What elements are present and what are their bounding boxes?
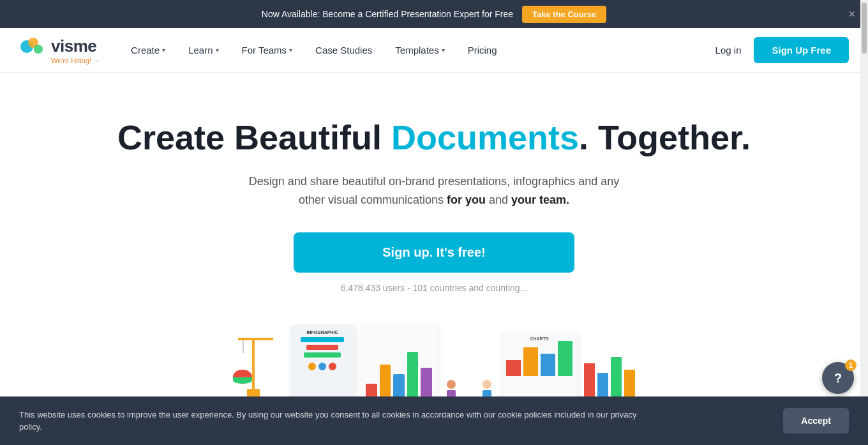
nav-item-for-teams[interactable]: For Teams ▾ — [230, 28, 304, 73]
hero-title: Create Beautiful Documents. Together. — [13, 117, 855, 157]
logo[interactable]: visme We're Hiring! → — [19, 36, 100, 64]
help-button[interactable]: ? 1 — [822, 362, 854, 394]
chevron-down-icon: ▾ — [289, 47, 292, 54]
scrollbar[interactable] — [860, 0, 868, 408]
signup-button[interactable]: Sign Up Free — [754, 37, 849, 63]
hero-stats: 6,478,433 users - 101 countries and coun… — [13, 283, 855, 293]
hero-cta-button[interactable]: Sign up. It's free! — [294, 232, 574, 273]
banner-text: Now Available: Become a Certified Presen… — [262, 9, 513, 19]
hero-subtitle: Design and share beautiful on-brand pres… — [236, 172, 632, 209]
svg-point-2 — [34, 45, 43, 54]
login-link[interactable]: Log in — [715, 45, 742, 56]
chevron-down-icon: ▾ — [162, 47, 165, 54]
banner-close-button[interactable]: × — [848, 8, 855, 21]
top-banner: Now Available: Become a Certified Presen… — [0, 0, 868, 28]
hero-illustration-area: INFOGRAPHIC — [0, 319, 868, 408]
chevron-down-icon: ▾ — [442, 47, 445, 54]
nav-links: Create ▾ Learn ▾ For Teams ▾ Case Studie… — [119, 28, 715, 73]
chevron-down-icon: ▾ — [216, 47, 219, 54]
scrollbar-thumb[interactable] — [862, 3, 867, 54]
logo-tagline: We're Hiring! → — [51, 57, 100, 64]
nav-right: Log in Sign Up Free — [715, 37, 849, 63]
logo-icon — [19, 36, 46, 57]
navbar: visme We're Hiring! → Create ▾ Learn ▾ F… — [0, 28, 868, 73]
banner-cta-button[interactable]: Take the Course — [522, 6, 606, 23]
hero-section: Create Beautiful Documents. Together. De… — [0, 73, 868, 319]
logo-text: visme — [51, 36, 96, 56]
nav-item-create[interactable]: Create ▾ — [119, 28, 177, 73]
nav-item-learn[interactable]: Learn ▾ — [177, 28, 230, 73]
infographic-illustration: INFOGRAPHIC — [290, 325, 354, 408]
chart-building-illustration — [361, 325, 437, 408]
nav-item-pricing[interactable]: Pricing — [456, 28, 509, 73]
nav-item-templates[interactable]: Templates ▾ — [384, 28, 456, 73]
cookie-banner: This website uses cookies to improve the… — [0, 396, 868, 408]
help-button-container: ? 1 — [822, 362, 854, 394]
nav-item-case-studies[interactable]: Case Studies — [304, 28, 384, 73]
help-badge: 1 — [845, 359, 857, 371]
